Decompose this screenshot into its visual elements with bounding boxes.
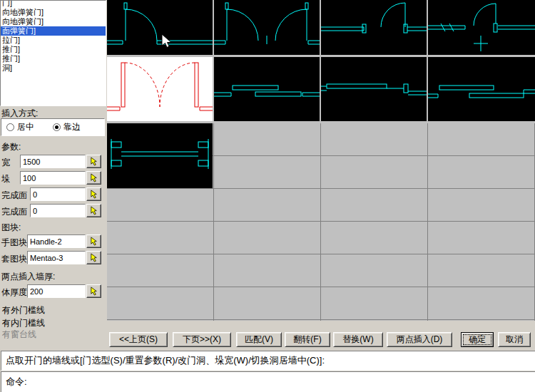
block-row-handle: 手图块 (0, 234, 106, 249)
two-point-wall-label: 两点插入墙厚: (1, 271, 55, 283)
door-type-item[interactable]: 推门] (1, 45, 106, 54)
door-preview-tile-double-acting-selected[interactable] (107, 57, 213, 121)
door-preview-tile-single-swing[interactable] (107, 0, 213, 55)
replace-button[interactable]: 替换(W) (333, 332, 383, 347)
door-type-item[interactable]: 门] (1, 0, 106, 8)
blocks-label: 图块: (1, 222, 21, 234)
wall-thickness-label: 体厚度 (1, 287, 27, 299)
door-preview-tile-sliding[interactable] (214, 57, 320, 121)
inner-threshold-checkbox[interactable]: 有内门槛线 (2, 317, 45, 327)
cancel-button[interactable]: 取消 (498, 332, 531, 347)
pocket-sliding-door-icon (321, 57, 427, 121)
door-type-item[interactable]: 向地弹簧门] (1, 8, 106, 17)
pick-button[interactable] (86, 284, 101, 298)
sliding-door-icon (214, 57, 320, 121)
param-pier-label: 垛 (1, 173, 10, 185)
single-swing-door-dimensioned-icon (428, 0, 535, 55)
pick-cursor-icon (89, 237, 98, 246)
radio-circle-icon (6, 123, 14, 131)
pick-button[interactable] (86, 204, 101, 217)
door-settings-panel: 门] 向地弹簧门] 向地弹簧门] 面弹簧门] 拉门] 推门] 推门] 洞] 插入… (0, 0, 107, 351)
toolbar: <<上页(S) 下页>>(X) 匹配(V) 翻转(F) 替换(W) 两点插入(D… (107, 330, 535, 349)
double-sliding-door-icon (428, 57, 535, 121)
wall-thickness-row: 体厚度 (0, 284, 106, 299)
ok-button[interactable]: 确定 (461, 332, 494, 347)
frame-block-label: 套图块 (1, 253, 27, 265)
pick-cursor-icon (89, 206, 98, 215)
finish-face-inner-label: 完成面 (1, 206, 27, 218)
frame-block-input[interactable] (27, 251, 86, 264)
door-type-item[interactable]: 拉门] (1, 36, 106, 45)
radio-center[interactable]: 居中 (6, 121, 34, 133)
door-preview-tile-pocket-sliding[interactable] (321, 57, 427, 121)
single-swing-door-icon (107, 0, 213, 55)
param-width-label: 宽 (1, 157, 10, 169)
next-page-button[interactable]: 下页>>(X) (173, 332, 231, 347)
flip-button[interactable]: 翻转(F) (285, 332, 330, 347)
pick-button[interactable] (86, 187, 101, 201)
pick-cursor-icon (89, 173, 98, 182)
finish-face-outer-label: 完成面 (1, 190, 27, 202)
single-swing-door-right-icon (321, 0, 427, 55)
door-type-item-selected[interactable]: 面弹簧门] (1, 26, 106, 36)
door-type-item[interactable]: 洞] (1, 63, 106, 73)
pick-cursor-icon (89, 157, 98, 166)
door-type-item[interactable]: 推门] (1, 54, 106, 63)
door-preview-tile-double-swing[interactable] (214, 0, 320, 55)
param-row-finish-inner: 完成面 (0, 204, 106, 218)
double-pocket-sliding-door-icon (107, 123, 213, 188)
windowsill-line-checkbox[interactable]: 有窗台线 (2, 329, 36, 339)
command-prompt: 点取开门的墙线或[门选型(S)/重置参数(R)/改门洞、垛宽(W)/切换洞居墙中… (1, 351, 535, 371)
finish-face-outer-input[interactable] (30, 187, 86, 201)
radio-dot-icon (53, 123, 61, 131)
pick-cursor-icon (89, 287, 98, 296)
param-row-pier: 垛 (0, 171, 106, 185)
handle-block-input[interactable] (27, 234, 86, 248)
radio-center-label: 居中 (17, 121, 34, 133)
pick-button[interactable] (86, 234, 101, 248)
pick-cursor-icon (89, 190, 98, 199)
door-type-item[interactable]: 向地弹簧门] (1, 17, 106, 26)
outer-threshold-checkbox[interactable]: 有外门槛线 (2, 304, 45, 314)
pick-button[interactable] (86, 155, 101, 168)
radio-edge[interactable]: 靠边 (53, 121, 81, 133)
door-preview-tile-single-swing-dimensioned[interactable] (428, 0, 535, 55)
block-row-frame: 套图块 (0, 251, 106, 265)
handle-block-label: 手图块 (1, 237, 27, 249)
pick-button[interactable] (86, 171, 101, 185)
door-width-input[interactable] (20, 155, 86, 168)
mouse-cursor (161, 33, 173, 49)
param-row-width: 宽 (0, 155, 106, 169)
finish-face-inner-input[interactable] (30, 204, 86, 217)
pick-button[interactable] (86, 251, 101, 264)
wall-thickness-input[interactable] (27, 284, 86, 298)
door-preview-tile-single-swing-right[interactable] (321, 0, 427, 55)
double-swing-door-icon (214, 0, 320, 55)
two-point-insert-button[interactable]: 两点插入(D) (387, 332, 452, 347)
pier-width-input[interactable] (20, 171, 86, 185)
param-row-finish-outer: 完成面 (0, 187, 106, 202)
match-button[interactable]: 匹配(V) (236, 332, 282, 347)
insert-mode-group: 居中 靠边 (1, 118, 105, 136)
door-preview-tile-double-sliding[interactable] (428, 57, 535, 121)
door-type-list: 门] 向地弹簧门] 向地弹簧门] 面弹簧门] 拉门] 推门] 推门] 洞] (0, 0, 106, 106)
params-label: 参数: (1, 141, 21, 153)
pick-cursor-icon (89, 253, 98, 262)
double-acting-spring-door-icon (107, 57, 213, 121)
prev-page-button[interactable]: <<上页(S) (109, 332, 168, 347)
command-input-line[interactable]: 命令: (1, 371, 535, 392)
door-preview-tile-double-pocket[interactable] (107, 123, 213, 188)
radio-edge-label: 靠边 (63, 121, 81, 133)
